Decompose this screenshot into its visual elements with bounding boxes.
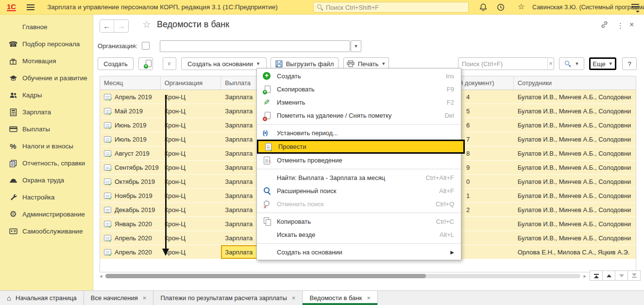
- service-menu-icon[interactable]: [631, 4, 639, 13]
- context-menu-item[interactable]: Отменить проведение: [257, 154, 461, 167]
- more-button[interactable]: Еще▼: [589, 57, 616, 70]
- scroll-right-icon[interactable]: ▸: [580, 273, 586, 279]
- cell-employees: Булатов И.В., Минчев А.Б., Солодовни: [514, 231, 636, 245]
- organization-combo[interactable]: ▼: [160, 40, 350, 52]
- sidebar-item-label: Обучение и развитие: [22, 74, 87, 82]
- context-menu-item[interactable]: Создать на основании ▶: [257, 246, 461, 259]
- document-icon: [104, 235, 111, 241]
- current-user[interactable]: Савинская З.Ю. (Системный программист): [532, 4, 644, 11]
- go-up-button[interactable]: [602, 270, 615, 281]
- scrollbar-thumb[interactable]: [105, 274, 426, 278]
- context-menu-item[interactable]: Отменить поиск Ctrl+Q: [257, 197, 461, 211]
- close-tab-icon[interactable]: ×: [367, 294, 371, 302]
- document-icon: [104, 136, 111, 143]
- favorites-star-icon[interactable]: ☆: [518, 2, 525, 11]
- sidebar-item-settings[interactable]: Настройка: [0, 189, 93, 206]
- context-menu-item[interactable]: Создать Ins: [257, 70, 461, 83]
- bank-card-icon: [9, 125, 17, 134]
- tab-label: Все начисления: [91, 294, 138, 302]
- context-menu-item[interactable]: [257, 213, 461, 213]
- context-menu-item[interactable]: Расширенный поиск Alt+F: [257, 184, 461, 197]
- sidebar-item-administration[interactable]: ⚙ Администрирование: [0, 206, 93, 223]
- cell-payment-text: Зарплата: [225, 249, 253, 256]
- go-to-top-button[interactable]: [590, 270, 603, 281]
- main-menu-icon[interactable]: [27, 4, 34, 10]
- column-month[interactable]: Месяц: [100, 76, 161, 90]
- close-window-icon[interactable]: ×: [629, 20, 634, 29]
- menu-item-label: Создать на основании: [277, 249, 444, 256]
- sidebar-item-recruiting[interactable]: ☎ Подбор персонала: [0, 36, 93, 53]
- attachments-button[interactable]: [163, 57, 176, 70]
- tab-all-accruals[interactable]: Все начисления ×: [84, 291, 154, 305]
- sidebar-item-payments[interactable]: Выплаты: [0, 121, 93, 138]
- forward-button[interactable]: →: [114, 20, 128, 32]
- cell-organization: Крон-Ц: [161, 217, 221, 231]
- close-tab-icon[interactable]: ×: [292, 294, 296, 302]
- sidebar-item-motivation[interactable]: Мотивация: [0, 53, 93, 70]
- context-menu-item[interactable]: Пометить на удаление / Снять пометку Del: [257, 109, 461, 122]
- context-menu-item[interactable]: Скопировать F9: [257, 83, 461, 96]
- menu-item-label: Копировать: [277, 218, 430, 225]
- sidebar-item-main[interactable]: Главное: [0, 18, 93, 36]
- calculator-icon: [9, 108, 17, 117]
- go-to-bottom-button[interactable]: [627, 270, 641, 281]
- global-search-input[interactable]: [326, 4, 457, 11]
- tab-bank-statements[interactable]: Ведомости в банк ×: [303, 291, 377, 305]
- notifications-bell-icon[interactable]: [479, 3, 488, 12]
- cell-organization: Крон-Ц: [161, 118, 221, 132]
- context-menu-item[interactable]: Изменить F2: [257, 96, 461, 109]
- context-menu-item[interactable]: Найти: Выплата - Зарплата за месяц Ctrl+…: [257, 171, 461, 184]
- column-employees[interactable]: Сотрудники: [514, 76, 636, 90]
- organization-checkbox[interactable]: [142, 42, 150, 50]
- search-settings-button[interactable]: ▼: [559, 57, 584, 70]
- sections-icon: [9, 23, 17, 32]
- scroll-left-icon[interactable]: ◂: [100, 273, 105, 279]
- tab-label: Платежи по результатам расчета зарплаты: [160, 294, 287, 302]
- window-menu-dots-icon[interactable]: ⋮: [617, 21, 624, 30]
- copy-document-button[interactable]: [138, 57, 153, 70]
- context-menu-item[interactable]: [257, 124, 461, 125]
- help-button[interactable]: ?: [622, 57, 637, 70]
- column-organization[interactable]: Организация: [161, 76, 221, 90]
- sidebar-item-hr[interactable]: Кадры: [0, 87, 93, 104]
- context-menu-item[interactable]: Копировать Ctrl+C: [257, 215, 461, 228]
- tab-salary-payments[interactable]: Платежи по результатам расчета зарплаты …: [153, 291, 303, 305]
- context-menu-item[interactable]: Искать везде Alt+L: [257, 228, 461, 241]
- close-tab-icon[interactable]: ×: [143, 294, 147, 302]
- cell-organization: Крон-Ц: [161, 104, 221, 118]
- printer-icon: [347, 60, 355, 67]
- sidebar-item-labor-safety[interactable]: Охрана труда: [0, 172, 93, 189]
- cell-month: Май 2019: [100, 104, 161, 118]
- sidebar-item-taxes[interactable]: % Налоги и взносы: [0, 138, 93, 155]
- scrollbar-track[interactable]: [105, 274, 580, 278]
- document-icon: [104, 94, 111, 100]
- go-down-button[interactable]: [615, 270, 628, 281]
- sidebar-item-reports[interactable]: Отчетность, справки: [0, 155, 93, 172]
- menu-item-icon: [263, 129, 271, 138]
- get-link-icon[interactable]: [600, 20, 609, 29]
- table-empty-space: [100, 259, 636, 272]
- clear-search-icon[interactable]: ×: [547, 58, 554, 70]
- create-based-on-button[interactable]: Создать на основании▼: [181, 57, 267, 70]
- cell-month: Декабрь 2019: [100, 203, 161, 216]
- sidebar-item-training[interactable]: Обучение и развитие: [0, 70, 93, 87]
- context-menu-item[interactable]: [257, 169, 461, 169]
- document-icon: [104, 108, 111, 114]
- list-search-input[interactable]: [458, 60, 547, 68]
- floppy-export-icon: [275, 60, 283, 68]
- sidebar-item-salary[interactable]: Зарплата: [0, 104, 93, 121]
- global-search[interactable]: [313, 2, 469, 13]
- tab-home[interactable]: ⌂ Начальная страница: [0, 291, 84, 305]
- document-icon: [104, 164, 111, 171]
- create-button[interactable]: Создать: [98, 57, 134, 70]
- sidebar-item-self-service[interactable]: Самообслуживание: [0, 223, 93, 240]
- context-menu-item[interactable]: Установить период...: [257, 126, 461, 140]
- menu-item-icon: [263, 85, 271, 94]
- chevron-down-icon[interactable]: ▼: [351, 40, 361, 52]
- context-menu-item[interactable]: Провести: [257, 140, 465, 154]
- context-menu-item[interactable]: [257, 243, 461, 244]
- add-to-favorites-star-icon[interactable]: ☆: [142, 18, 151, 30]
- history-clock-icon[interactable]: [496, 3, 505, 12]
- menu-item-icon: [263, 200, 271, 209]
- back-button[interactable]: ←: [100, 20, 114, 32]
